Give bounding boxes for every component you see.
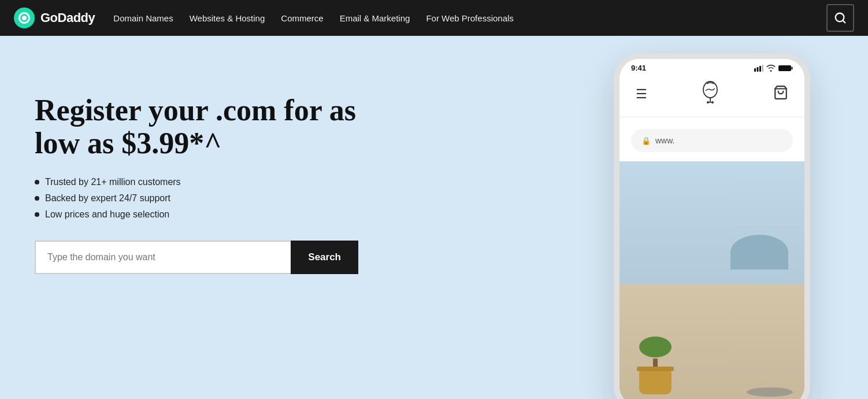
phone-inner: 9:41	[620, 59, 804, 399]
svg-rect-7	[778, 65, 791, 71]
phone-url-bar: 🔒 www.	[631, 129, 793, 152]
phone-status-bar: 9:41	[620, 59, 804, 75]
mountain-silhouette	[730, 235, 788, 269]
domain-search-bar: Search	[35, 241, 358, 274]
sky-bg	[620, 161, 804, 296]
pot-body	[639, 371, 672, 394]
domain-search-input[interactable]	[35, 241, 291, 274]
bullet-3: Low prices and huge selection	[35, 209, 358, 220]
leaves	[639, 337, 672, 357]
search-icon	[834, 12, 847, 24]
svg-rect-6	[762, 65, 764, 72]
godaddy-logo[interactable]: GoDaddy	[14, 8, 95, 28]
bullet-dot-3	[35, 212, 39, 217]
nav-links: Domain Names Websites & Hosting Commerce…	[113, 13, 514, 23]
phone-app-nav: ☰	[620, 75, 804, 117]
pot-rim	[637, 367, 674, 371]
svg-rect-4	[757, 67, 759, 72]
phone-mockup: 9:41	[614, 53, 822, 399]
bullet-dot-1	[35, 180, 39, 184]
phone-time: 9:41	[631, 64, 646, 72]
bowl-decoration	[747, 387, 793, 397]
hero-title: Register your .com for as low as $3.99*^	[35, 94, 358, 160]
phone-url: www.	[655, 136, 674, 145]
logo-icon	[14, 8, 35, 28]
nav-websites-hosting[interactable]: Websites & Hosting	[190, 13, 265, 23]
trunk	[653, 359, 658, 367]
svg-rect-3	[754, 68, 756, 72]
svg-line-2	[843, 20, 845, 23]
phone-outer: 9:41	[614, 53, 810, 399]
nav-commerce[interactable]: Commerce	[281, 13, 323, 23]
bullet-dot-2	[35, 196, 39, 201]
svg-rect-5	[759, 66, 761, 72]
cart-icon	[773, 85, 788, 104]
svg-rect-8	[792, 66, 793, 69]
nav-domain-names[interactable]: Domain Names	[113, 13, 173, 23]
nav-search-button[interactable]	[826, 4, 854, 32]
signal-icon	[754, 65, 763, 72]
hero-content: Register your .com for as low as $3.99*^…	[35, 82, 358, 274]
logo-text: GoDaddy	[40, 10, 95, 25]
navbar: GoDaddy Domain Names Websites & Hosting …	[0, 0, 868, 36]
plant-decoration	[637, 337, 674, 394]
nav-for-web-professionals[interactable]: For Web Professionals	[426, 13, 513, 23]
bullet-1: Trusted by 21+ million customers	[35, 177, 358, 187]
balloon-icon	[700, 80, 721, 108]
hero-section: Register your .com for as low as $3.99*^…	[0, 36, 868, 399]
lock-icon: 🔒	[641, 136, 651, 145]
hero-bullets: Trusted by 21+ million customers Backed …	[35, 177, 358, 220]
phone-content-image	[620, 161, 804, 399]
bullet-2: Backed by expert 24/7 support	[35, 193, 358, 204]
battery-icon	[778, 65, 793, 72]
hamburger-icon: ☰	[636, 87, 647, 102]
nav-email-marketing[interactable]: Email & Marketing	[340, 13, 410, 23]
domain-search-button[interactable]: Search	[291, 241, 358, 274]
phone-status-icons	[754, 65, 793, 72]
wifi-icon	[766, 65, 776, 72]
